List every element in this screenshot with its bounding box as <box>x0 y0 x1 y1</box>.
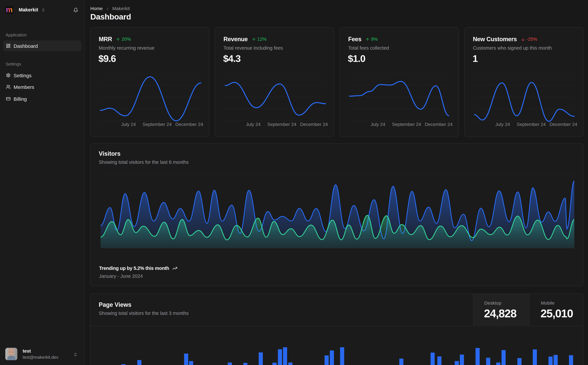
svg-text:m: m <box>6 7 13 13</box>
